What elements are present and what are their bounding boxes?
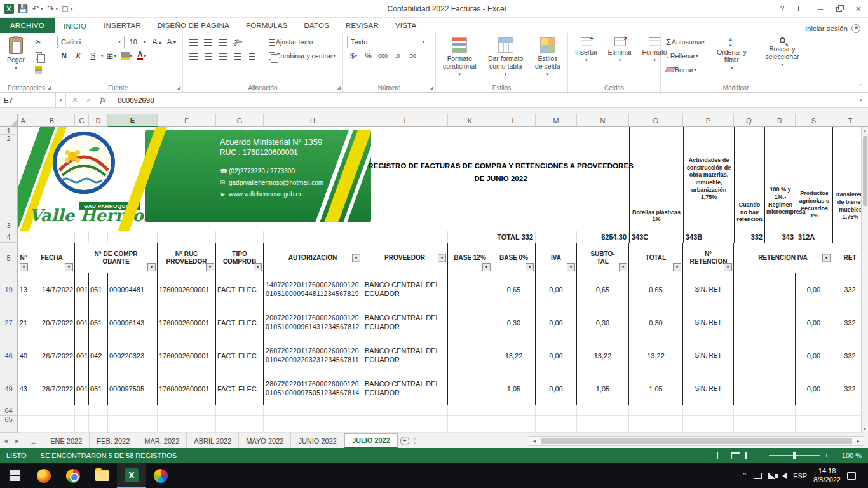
sheet-tab-feb-2022[interactable]: FEB. 2022 bbox=[90, 433, 137, 448]
tab-insertar[interactable]: INSERTAR bbox=[95, 18, 149, 33]
cell-styles-button[interactable]: Estilos de celda ▾ bbox=[532, 36, 564, 82]
underline-dropdown-icon[interactable]: ▾ bbox=[101, 53, 104, 58]
file-explorer-taskbar-button[interactable] bbox=[88, 463, 117, 488]
header-subtotal[interactable]: SUBTO-TAL▼ bbox=[577, 243, 629, 273]
scroll-right-icon[interactable]: ► bbox=[853, 438, 864, 444]
tab-vista[interactable]: VISTA bbox=[387, 18, 424, 33]
filter-base0-icon[interactable]: ▼ bbox=[526, 263, 534, 271]
cancel-formula-icon[interactable]: ✕ bbox=[69, 96, 81, 104]
cell-num[interactable]: 21 bbox=[18, 306, 29, 339]
cell-retencion-iva[interactable]: 0,00 bbox=[796, 339, 832, 372]
header-iva[interactable]: IVA▼ bbox=[536, 243, 577, 273]
filter-tipo-icon[interactable]: ▼ bbox=[254, 263, 262, 271]
cell[interactable] bbox=[536, 405, 577, 416]
cell[interactable] bbox=[734, 416, 764, 433]
minimize-icon[interactable]: ─ bbox=[811, 0, 830, 17]
zoom-slider-thumb[interactable] bbox=[793, 452, 796, 459]
cell[interactable] bbox=[29, 405, 75, 416]
tab-datos[interactable]: DATOS bbox=[295, 18, 337, 33]
cell-nretencion[interactable]: SIN. RET bbox=[683, 339, 734, 372]
row-header-64[interactable]: 64 bbox=[0, 405, 18, 416]
vertical-scrollbar[interactable]: ▲ ▼ bbox=[861, 127, 868, 433]
insert-cells-button[interactable]: + Insertar ▾ bbox=[572, 36, 601, 82]
cell-autorizacion[interactable]: 2607202201176000260001200104200022032312… bbox=[264, 339, 362, 372]
filter-ruc-icon[interactable]: ▼ bbox=[206, 263, 214, 271]
cell-comp2[interactable]: 051 bbox=[89, 372, 108, 405]
colorful-app-taskbar-button[interactable] bbox=[146, 463, 175, 488]
cell-comp1[interactable]: 001 bbox=[75, 273, 89, 306]
cell[interactable] bbox=[764, 405, 796, 416]
redo-dropdown-icon[interactable]: ▾ bbox=[56, 6, 58, 11]
total-8254-cell[interactable]: 8254,30 bbox=[577, 231, 629, 243]
insert-function-icon[interactable]: fx bbox=[97, 95, 109, 105]
cell[interactable] bbox=[158, 416, 216, 433]
cell-base12[interactable] bbox=[448, 306, 492, 339]
clear-button[interactable]: Borrar▾ bbox=[665, 64, 706, 76]
cell-retencion-iva[interactable]: 0,00 bbox=[796, 306, 832, 339]
tab-formulas[interactable]: FÓRMULAS bbox=[238, 18, 296, 33]
cell-tipo[interactable]: FACT. ELEC. bbox=[216, 306, 264, 339]
bold-button[interactable]: N bbox=[57, 50, 71, 62]
column-header-b[interactable]: B bbox=[29, 114, 75, 127]
ribbon-display-options-icon[interactable] bbox=[792, 0, 811, 17]
cell-comp1[interactable]: 001 bbox=[75, 372, 89, 405]
cell-base12[interactable] bbox=[448, 273, 492, 306]
cell[interactable] bbox=[764, 372, 796, 405]
cell[interactable] bbox=[492, 416, 536, 433]
cell-autorizacion[interactable]: 2807202201176000260001200105100009750512… bbox=[264, 372, 362, 405]
code-343b-cell[interactable]: 343B bbox=[683, 231, 734, 243]
header-fecha[interactable]: FECHA▼ bbox=[29, 243, 75, 273]
cell-comp2[interactable]: 051 bbox=[89, 306, 108, 339]
cell[interactable] bbox=[75, 405, 89, 416]
copy-button[interactable] bbox=[32, 50, 45, 62]
cell-nretencion[interactable]: SIN. RET bbox=[683, 306, 734, 339]
row-header-46[interactable]: 46 bbox=[0, 339, 18, 372]
select-all-corner[interactable] bbox=[0, 114, 18, 127]
format-painter-button[interactable] bbox=[32, 64, 45, 76]
cell[interactable] bbox=[18, 416, 29, 433]
align-left-button[interactable] bbox=[187, 50, 200, 62]
cell[interactable] bbox=[216, 231, 264, 243]
cell-proveedor[interactable]: BANCO CENTRAL DEL ECUADOR bbox=[362, 273, 448, 306]
name-box[interactable]: E7 bbox=[0, 93, 56, 107]
code-332-cell[interactable]: 332 bbox=[734, 231, 764, 243]
column-header-g[interactable]: G bbox=[216, 114, 264, 127]
cell[interactable] bbox=[89, 416, 108, 433]
touch-mode-icon[interactable]: ◻ bbox=[62, 4, 69, 13]
fill-button[interactable]: ↓Rellenar▾ bbox=[665, 50, 706, 62]
cell-iva[interactable]: 0,00 bbox=[536, 306, 577, 339]
sheet-nav-left-icon[interactable]: ◄ bbox=[0, 433, 11, 448]
cell[interactable] bbox=[158, 405, 216, 416]
tab-diseno-de-pagina[interactable]: DISEÑO DE PÁGINA bbox=[149, 18, 238, 33]
cell-ruc[interactable]: 1760002600001 bbox=[158, 306, 216, 339]
cell[interactable] bbox=[764, 306, 796, 339]
filter-nretencion-icon[interactable]: ▼ bbox=[724, 263, 732, 271]
cell-total[interactable]: 0,30 bbox=[629, 306, 683, 339]
column-header-s[interactable]: S bbox=[796, 114, 832, 127]
tab-splitter[interactable]: ⁞ bbox=[412, 433, 418, 448]
column-header-d[interactable]: D bbox=[89, 114, 108, 127]
cell[interactable] bbox=[108, 416, 158, 433]
header-tipo[interactable]: TIPO COMPROB▼ bbox=[216, 243, 264, 273]
filter-autorizacion-active-icon[interactable]: ▼ bbox=[352, 254, 360, 262]
sort-filter-button[interactable]: A↓Z↑ Ordenar y filtrar ▾ bbox=[710, 36, 754, 82]
cell[interactable] bbox=[629, 405, 683, 416]
column-header-k[interactable]: K bbox=[448, 114, 492, 127]
alignment-dialog-launcher-icon[interactable]: ◢ bbox=[337, 85, 341, 91]
language-indicator[interactable]: ESP bbox=[793, 472, 807, 480]
cell[interactable] bbox=[75, 416, 89, 433]
note-actividades[interactable]: Actividades de construcción de obra mate… bbox=[683, 127, 734, 231]
filter-iva-icon[interactable]: ▼ bbox=[567, 263, 575, 271]
cell-retencion-iva[interactable]: 0,00 bbox=[796, 273, 832, 306]
row-header-2[interactable]: 2 bbox=[0, 135, 18, 142]
cell[interactable] bbox=[362, 231, 448, 243]
column-header-q[interactable]: Q bbox=[734, 114, 764, 127]
sheet-tab-overflow[interactable]: ... bbox=[23, 433, 43, 448]
row-header-65[interactable]: 65 bbox=[0, 416, 18, 433]
header-ruc[interactable]: N° RUC PROVEEDOR▼ bbox=[158, 243, 216, 273]
zoom-slider[interactable] bbox=[769, 455, 820, 456]
cell[interactable] bbox=[216, 405, 264, 416]
align-middle-button[interactable] bbox=[201, 36, 215, 48]
cell[interactable] bbox=[764, 273, 796, 306]
cell-nretencion[interactable]: SIN. RET bbox=[683, 372, 734, 405]
